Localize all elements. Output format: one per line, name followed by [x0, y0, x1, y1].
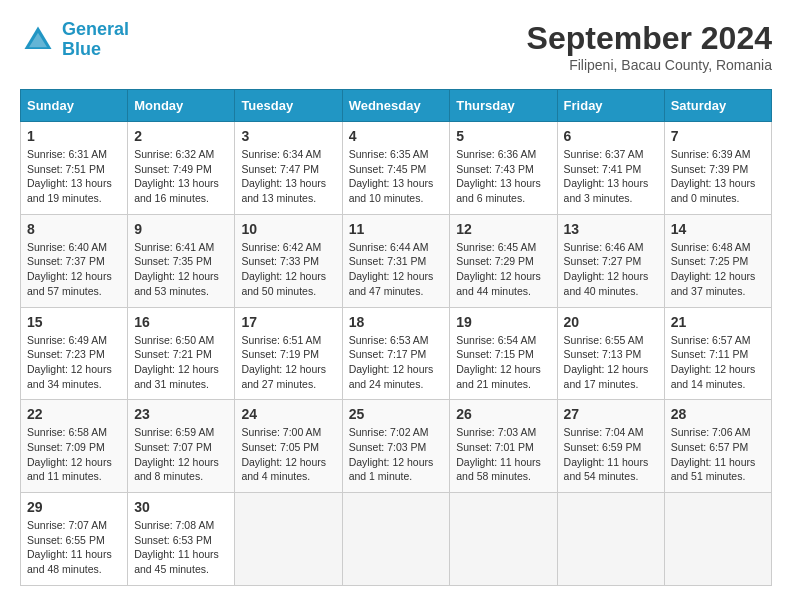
day-info: Sunrise: 6:51 AM Sunset: 7:19 PM Dayligh… [241, 333, 335, 392]
day-number: 8 [27, 221, 121, 237]
calendar-header-row: SundayMondayTuesdayWednesdayThursdayFrid… [21, 90, 772, 122]
day-info: Sunrise: 6:54 AM Sunset: 7:15 PM Dayligh… [456, 333, 550, 392]
calendar-cell: 18Sunrise: 6:53 AM Sunset: 7:17 PM Dayli… [342, 307, 450, 400]
day-number: 2 [134, 128, 228, 144]
day-number: 1 [27, 128, 121, 144]
calendar-cell [664, 493, 771, 586]
day-number: 20 [564, 314, 658, 330]
calendar-cell: 6Sunrise: 6:37 AM Sunset: 7:41 PM Daylig… [557, 122, 664, 215]
day-number: 26 [456, 406, 550, 422]
calendar-cell: 8Sunrise: 6:40 AM Sunset: 7:37 PM Daylig… [21, 214, 128, 307]
day-info: Sunrise: 6:37 AM Sunset: 7:41 PM Dayligh… [564, 147, 658, 206]
calendar-cell: 15Sunrise: 6:49 AM Sunset: 7:23 PM Dayli… [21, 307, 128, 400]
calendar-cell: 17Sunrise: 6:51 AM Sunset: 7:19 PM Dayli… [235, 307, 342, 400]
calendar-cell: 28Sunrise: 7:06 AM Sunset: 6:57 PM Dayli… [664, 400, 771, 493]
day-info: Sunrise: 6:31 AM Sunset: 7:51 PM Dayligh… [27, 147, 121, 206]
day-info: Sunrise: 7:00 AM Sunset: 7:05 PM Dayligh… [241, 425, 335, 484]
day-info: Sunrise: 6:32 AM Sunset: 7:49 PM Dayligh… [134, 147, 228, 206]
page-header: General Blue September 2024 Filipeni, Ba… [20, 20, 772, 73]
calendar-cell: 19Sunrise: 6:54 AM Sunset: 7:15 PM Dayli… [450, 307, 557, 400]
calendar-cell: 30Sunrise: 7:08 AM Sunset: 6:53 PM Dayli… [128, 493, 235, 586]
day-info: Sunrise: 6:35 AM Sunset: 7:45 PM Dayligh… [349, 147, 444, 206]
day-number: 15 [27, 314, 121, 330]
day-info: Sunrise: 7:03 AM Sunset: 7:01 PM Dayligh… [456, 425, 550, 484]
day-info: Sunrise: 6:39 AM Sunset: 7:39 PM Dayligh… [671, 147, 765, 206]
day-info: Sunrise: 7:06 AM Sunset: 6:57 PM Dayligh… [671, 425, 765, 484]
logo-line1: General [62, 19, 129, 39]
calendar-cell: 23Sunrise: 6:59 AM Sunset: 7:07 PM Dayli… [128, 400, 235, 493]
location-subtitle: Filipeni, Bacau County, Romania [527, 57, 772, 73]
calendar-cell: 16Sunrise: 6:50 AM Sunset: 7:21 PM Dayli… [128, 307, 235, 400]
calendar-cell: 12Sunrise: 6:45 AM Sunset: 7:29 PM Dayli… [450, 214, 557, 307]
day-number: 24 [241, 406, 335, 422]
day-number: 9 [134, 221, 228, 237]
day-info: Sunrise: 6:34 AM Sunset: 7:47 PM Dayligh… [241, 147, 335, 206]
calendar-cell: 26Sunrise: 7:03 AM Sunset: 7:01 PM Dayli… [450, 400, 557, 493]
day-number: 16 [134, 314, 228, 330]
calendar-cell [557, 493, 664, 586]
calendar-cell: 11Sunrise: 6:44 AM Sunset: 7:31 PM Dayli… [342, 214, 450, 307]
calendar-week-3: 15Sunrise: 6:49 AM Sunset: 7:23 PM Dayli… [21, 307, 772, 400]
logo-text: General Blue [62, 20, 129, 60]
day-info: Sunrise: 7:04 AM Sunset: 6:59 PM Dayligh… [564, 425, 658, 484]
month-title: September 2024 [527, 20, 772, 57]
day-info: Sunrise: 6:41 AM Sunset: 7:35 PM Dayligh… [134, 240, 228, 299]
col-header-saturday: Saturday [664, 90, 771, 122]
day-info: Sunrise: 6:49 AM Sunset: 7:23 PM Dayligh… [27, 333, 121, 392]
day-info: Sunrise: 6:40 AM Sunset: 7:37 PM Dayligh… [27, 240, 121, 299]
calendar-cell: 13Sunrise: 6:46 AM Sunset: 7:27 PM Dayli… [557, 214, 664, 307]
day-number: 14 [671, 221, 765, 237]
col-header-sunday: Sunday [21, 90, 128, 122]
day-number: 17 [241, 314, 335, 330]
calendar-cell [342, 493, 450, 586]
calendar-cell: 24Sunrise: 7:00 AM Sunset: 7:05 PM Dayli… [235, 400, 342, 493]
day-number: 27 [564, 406, 658, 422]
day-info: Sunrise: 6:36 AM Sunset: 7:43 PM Dayligh… [456, 147, 550, 206]
calendar-cell: 7Sunrise: 6:39 AM Sunset: 7:39 PM Daylig… [664, 122, 771, 215]
day-number: 7 [671, 128, 765, 144]
day-number: 5 [456, 128, 550, 144]
day-info: Sunrise: 6:48 AM Sunset: 7:25 PM Dayligh… [671, 240, 765, 299]
day-number: 28 [671, 406, 765, 422]
calendar-cell: 25Sunrise: 7:02 AM Sunset: 7:03 PM Dayli… [342, 400, 450, 493]
calendar-cell: 4Sunrise: 6:35 AM Sunset: 7:45 PM Daylig… [342, 122, 450, 215]
day-number: 13 [564, 221, 658, 237]
day-number: 6 [564, 128, 658, 144]
calendar-cell: 9Sunrise: 6:41 AM Sunset: 7:35 PM Daylig… [128, 214, 235, 307]
calendar-cell: 3Sunrise: 6:34 AM Sunset: 7:47 PM Daylig… [235, 122, 342, 215]
calendar-cell: 27Sunrise: 7:04 AM Sunset: 6:59 PM Dayli… [557, 400, 664, 493]
day-info: Sunrise: 6:59 AM Sunset: 7:07 PM Dayligh… [134, 425, 228, 484]
col-header-wednesday: Wednesday [342, 90, 450, 122]
day-info: Sunrise: 7:02 AM Sunset: 7:03 PM Dayligh… [349, 425, 444, 484]
calendar-week-1: 1Sunrise: 6:31 AM Sunset: 7:51 PM Daylig… [21, 122, 772, 215]
day-number: 18 [349, 314, 444, 330]
calendar-table: SundayMondayTuesdayWednesdayThursdayFrid… [20, 89, 772, 586]
calendar-body: 1Sunrise: 6:31 AM Sunset: 7:51 PM Daylig… [21, 122, 772, 586]
col-header-monday: Monday [128, 90, 235, 122]
calendar-cell: 21Sunrise: 6:57 AM Sunset: 7:11 PM Dayli… [664, 307, 771, 400]
day-number: 25 [349, 406, 444, 422]
calendar-week-5: 29Sunrise: 7:07 AM Sunset: 6:55 PM Dayli… [21, 493, 772, 586]
day-number: 21 [671, 314, 765, 330]
calendar-cell: 29Sunrise: 7:07 AM Sunset: 6:55 PM Dayli… [21, 493, 128, 586]
calendar-cell: 5Sunrise: 6:36 AM Sunset: 7:43 PM Daylig… [450, 122, 557, 215]
calendar-cell: 2Sunrise: 6:32 AM Sunset: 7:49 PM Daylig… [128, 122, 235, 215]
day-number: 12 [456, 221, 550, 237]
day-number: 30 [134, 499, 228, 515]
day-info: Sunrise: 6:45 AM Sunset: 7:29 PM Dayligh… [456, 240, 550, 299]
day-number: 23 [134, 406, 228, 422]
col-header-tuesday: Tuesday [235, 90, 342, 122]
col-header-friday: Friday [557, 90, 664, 122]
col-header-thursday: Thursday [450, 90, 557, 122]
day-info: Sunrise: 6:44 AM Sunset: 7:31 PM Dayligh… [349, 240, 444, 299]
logo-line2: Blue [62, 39, 101, 59]
logo: General Blue [20, 20, 129, 60]
day-number: 10 [241, 221, 335, 237]
calendar-cell: 10Sunrise: 6:42 AM Sunset: 7:33 PM Dayli… [235, 214, 342, 307]
calendar-cell: 20Sunrise: 6:55 AM Sunset: 7:13 PM Dayli… [557, 307, 664, 400]
calendar-week-4: 22Sunrise: 6:58 AM Sunset: 7:09 PM Dayli… [21, 400, 772, 493]
logo-icon [20, 22, 56, 58]
day-number: 3 [241, 128, 335, 144]
calendar-cell [235, 493, 342, 586]
day-number: 19 [456, 314, 550, 330]
